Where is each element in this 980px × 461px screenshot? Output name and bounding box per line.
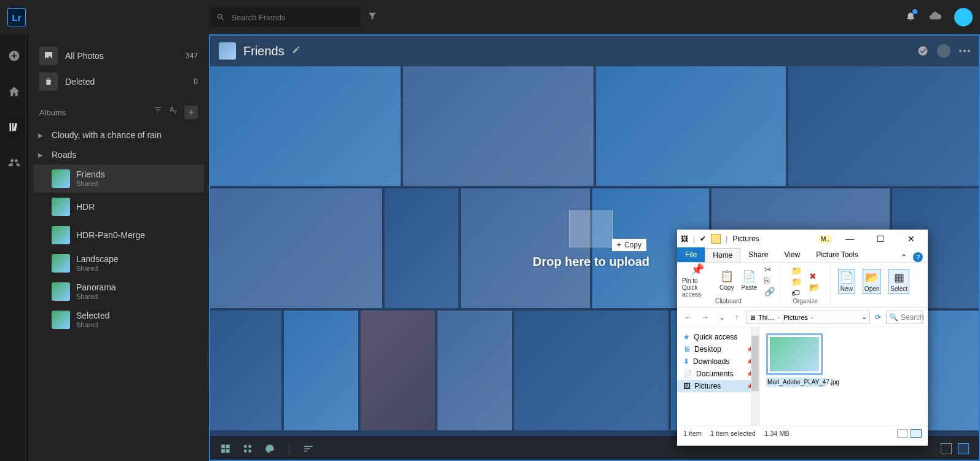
photo-tile[interactable] bbox=[284, 311, 358, 430]
add-photos-button[interactable] bbox=[5, 47, 23, 65]
rename-album-button[interactable] bbox=[292, 45, 300, 56]
palette-icon[interactable] bbox=[264, 443, 275, 454]
paste-shortcut-icon[interactable]: 🔗 bbox=[764, 287, 775, 296]
desktop-item[interactable]: 🖥Desktop📌 bbox=[677, 343, 759, 355]
album-landscape[interactable]: LandscapeShared bbox=[33, 249, 204, 277]
explorer-search[interactable]: 🔍 Search bbox=[886, 311, 923, 324]
my-photos-button[interactable] bbox=[5, 118, 23, 136]
file-item[interactable]: Mari_Adobe_PLAY_47.jpg bbox=[766, 333, 826, 387]
address-bar[interactable]: 🖥 Thi… Pictures ⌄ bbox=[746, 311, 870, 324]
square-grid-icon[interactable] bbox=[242, 443, 253, 454]
new-button[interactable]: 📄New bbox=[838, 269, 855, 294]
album-panorama[interactable]: PanoramaShared bbox=[33, 277, 204, 306]
tab-file[interactable]: File bbox=[677, 247, 705, 262]
album-header-thumb bbox=[219, 42, 236, 60]
photo-tile[interactable] bbox=[596, 66, 786, 186]
copy-to-icon[interactable]: 📁 bbox=[791, 277, 802, 287]
tab-picture-tools[interactable]: Picture Tools bbox=[808, 247, 866, 262]
cut-icon[interactable]: ✂ bbox=[764, 265, 775, 274]
photo-tile[interactable] bbox=[437, 311, 512, 430]
album-thumb bbox=[52, 311, 70, 329]
delete-icon[interactable]: ✖ bbox=[809, 271, 820, 281]
rename-icon[interactable]: 🏷 bbox=[791, 288, 802, 298]
search-input[interactable] bbox=[231, 13, 354, 22]
downloads-item[interactable]: ⬇Downloads📌 bbox=[677, 355, 759, 368]
photo-tile[interactable] bbox=[403, 66, 594, 186]
tab-share[interactable]: Share bbox=[740, 247, 776, 262]
maximize-button[interactable]: ☐ bbox=[868, 234, 893, 244]
photo-tile[interactable] bbox=[210, 311, 281, 430]
album-friends[interactable]: FriendsShared bbox=[33, 165, 204, 193]
view-mode-list[interactable] bbox=[941, 443, 952, 454]
help-button[interactable]: ? bbox=[913, 252, 923, 262]
all-photos-label: All Photos bbox=[65, 51, 104, 61]
explorer-ribbon: 📌Pin to Quick access 📋Copy 📄Paste ✂ ⎘ 🔗 … bbox=[677, 263, 928, 308]
album-hdr-pano-merge[interactable]: HDR-Pan0-Merge bbox=[33, 221, 204, 249]
home-button[interactable] bbox=[5, 82, 23, 101]
album-folder-roads[interactable]: Roads bbox=[33, 145, 204, 165]
move-to-icon[interactable]: 📁 bbox=[791, 266, 802, 276]
tab-view[interactable]: View bbox=[776, 247, 808, 262]
view-mode-grid[interactable] bbox=[958, 443, 969, 454]
explorer-file-pane[interactable]: Mari_Adobe_PLAY_47.jpg bbox=[760, 327, 928, 425]
deleted-row[interactable]: Deleted 0 bbox=[33, 69, 204, 95]
filter-button[interactable] bbox=[367, 11, 377, 23]
file-explorer-window[interactable]: 🖼 | ✔ | Pictures M.. — ☐ ✕ File Home Sha… bbox=[677, 230, 928, 446]
sort-albums-button[interactable]: Az bbox=[170, 106, 177, 119]
shared-avatar[interactable] bbox=[937, 44, 951, 58]
photo-tile[interactable] bbox=[210, 188, 382, 308]
pencil-icon bbox=[292, 45, 300, 54]
add-album-button[interactable] bbox=[184, 106, 198, 119]
crumb-segment[interactable]: Pictures bbox=[783, 314, 814, 321]
cloud-sync-button[interactable] bbox=[928, 9, 942, 25]
crumb-dropdown-icon[interactable]: ⌄ bbox=[861, 313, 867, 321]
sharing-button[interactable] bbox=[5, 153, 23, 172]
user-avatar[interactable] bbox=[954, 8, 973, 26]
sort-icon[interactable] bbox=[303, 443, 314, 454]
new-icon: 📄 bbox=[840, 271, 853, 284]
album-folder-cloudy[interactable]: Cloudy, with a chance of rain bbox=[33, 125, 204, 145]
photo-tile[interactable] bbox=[385, 188, 458, 308]
album-selected[interactable]: SelectedShared bbox=[33, 306, 204, 334]
photo-tile[interactable] bbox=[514, 311, 668, 430]
collapse-ribbon-icon[interactable]: ⌃ bbox=[901, 253, 907, 261]
notifications-button[interactable] bbox=[905, 10, 916, 24]
grid-view-icon[interactable] bbox=[220, 443, 231, 454]
paste-button[interactable]: 📄Paste bbox=[741, 269, 757, 291]
documents-item[interactable]: 📄Documents📌 bbox=[677, 368, 759, 380]
nav-history-button[interactable]: ⌄ bbox=[716, 313, 727, 322]
select-button[interactable]: ▦Select bbox=[888, 269, 909, 294]
album-more-button[interactable] bbox=[959, 50, 970, 52]
view-thumbnails-button[interactable] bbox=[911, 429, 922, 438]
crumb-segment[interactable]: Thi… bbox=[758, 314, 781, 321]
nav-rail bbox=[0, 34, 28, 461]
explorer-titlebar[interactable]: 🖼 | ✔ | Pictures M.. — ☐ ✕ bbox=[677, 230, 928, 248]
album-thumb bbox=[52, 282, 70, 301]
tab-home[interactable]: Home bbox=[705, 248, 740, 262]
explorer-sidebar: ★Quick access 🖥Desktop📌 ⬇Downloads📌 📄Doc… bbox=[677, 327, 760, 425]
all-photos-row[interactable]: All Photos 347 bbox=[33, 43, 204, 69]
minimize-button[interactable]: — bbox=[837, 234, 863, 244]
pictures-item[interactable]: 🖼Pictures📌 bbox=[677, 380, 759, 392]
nav-up-button[interactable]: ↑ bbox=[732, 313, 741, 322]
open-button[interactable]: 📂Open bbox=[863, 269, 881, 294]
photo-tile[interactable] bbox=[210, 66, 401, 186]
close-button[interactable]: ✕ bbox=[898, 234, 924, 244]
pin-quick-access-button[interactable]: 📌Pin to Quick access bbox=[682, 263, 712, 298]
copy-button[interactable]: 📋Copy bbox=[719, 269, 734, 291]
album-hdr[interactable]: HDR bbox=[33, 193, 204, 221]
nav-forward-button[interactable]: → bbox=[699, 313, 711, 322]
filter-albums-icon[interactable] bbox=[154, 106, 162, 114]
quick-access-item[interactable]: ★Quick access bbox=[677, 331, 759, 343]
photo-tile[interactable] bbox=[361, 311, 435, 430]
refresh-button[interactable]: ⟳ bbox=[875, 313, 881, 322]
copy-path-icon[interactable]: ⎘ bbox=[764, 276, 775, 285]
nav-back-button[interactable]: ← bbox=[682, 313, 694, 322]
check-circle-icon[interactable] bbox=[917, 45, 928, 56]
sidebar-scrollbar[interactable] bbox=[751, 327, 759, 425]
new-folder-icon[interactable]: 📂 bbox=[809, 282, 820, 292]
search-box[interactable] bbox=[210, 7, 360, 27]
photo-tile[interactable] bbox=[788, 66, 979, 186]
folder-icon bbox=[711, 234, 721, 244]
view-details-button[interactable] bbox=[897, 429, 908, 438]
